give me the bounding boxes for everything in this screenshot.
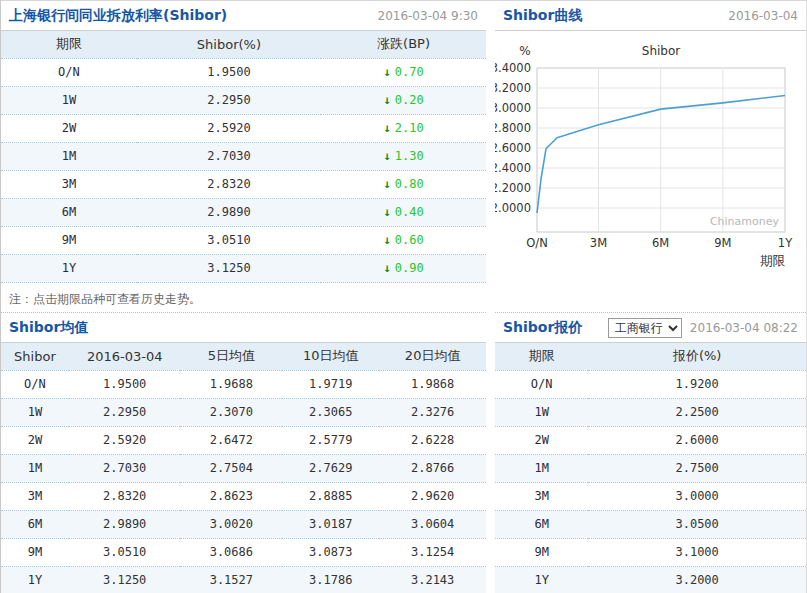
shibor-curve-chart: 2.00002.20002.40002.60002.80003.00003.20…	[495, 31, 806, 281]
quote-value-cell: 3.0500	[588, 510, 806, 538]
top-row: 上海银行间同业拆放利率(Shibor) 2016-03-04 9:30 期限 S…	[1, 1, 806, 313]
rate-panel-title: 上海银行间同业拆放利率(Shibor)	[9, 7, 227, 25]
quote-panel-header: Shibor报价 工商银行 2016-03-04 08:22	[495, 313, 806, 343]
rate-cell: 2.5920	[137, 114, 321, 142]
average-value-cell: 3.1254	[379, 538, 486, 566]
average-value-cell: 3.1786	[282, 566, 379, 593]
average-value-cell: 3.0873	[282, 538, 379, 566]
down-arrow-icon: ↓	[383, 65, 390, 79]
term-cell[interactable]: 1Y	[1, 254, 137, 282]
average-value-cell: 2.7629	[282, 454, 379, 482]
average-value-cell: 2.3276	[379, 398, 486, 426]
term-cell[interactable]: 2W	[1, 114, 137, 142]
change-value: 0.40	[395, 205, 424, 219]
quote-table-header-row: 期限 报价(%)	[495, 343, 806, 370]
rate-table-header-row: 期限 Shibor(%) 涨跌(BP)	[1, 31, 486, 58]
change-cell: ↓0.70	[321, 58, 486, 86]
shibor-quote-table: 期限 报价(%) O/N1.92001W2.25002W2.60001M2.75…	[495, 343, 806, 593]
term-cell: 9M	[1, 538, 69, 566]
bank-select-dropdown[interactable]: 工商银行	[608, 318, 682, 338]
average-table-row: 1Y3.12503.15273.17863.2143	[1, 566, 486, 593]
average-value-cell: 2.6228	[379, 426, 486, 454]
curve-panel-date: 2016-03-04	[728, 9, 798, 23]
term-cell: 1M	[1, 454, 69, 482]
down-arrow-icon: ↓	[383, 205, 390, 219]
change-cell: ↓0.40	[321, 198, 486, 226]
rate-table-row: 1W2.2950↓0.20	[1, 86, 486, 114]
quote-value-cell: 3.2000	[588, 566, 806, 593]
shibor-rate-panel: 上海银行间同业拆放利率(Shibor) 2016-03-04 9:30 期限 S…	[1, 1, 486, 313]
average-value-cell: 2.9890	[69, 510, 181, 538]
term-cell: 9M	[495, 538, 588, 566]
down-arrow-icon: ↓	[383, 93, 390, 107]
change-value: 0.70	[395, 65, 424, 79]
rate-cell: 2.8320	[137, 170, 321, 198]
curve-chart-container: 2.00002.20002.40002.60002.80003.00003.20…	[495, 31, 806, 312]
y-tick-label: 2.2000	[495, 181, 531, 195]
col-header-change: 涨跌(BP)	[321, 31, 486, 58]
change-cell: ↓0.80	[321, 170, 486, 198]
average-value-cell: 3.2143	[379, 566, 486, 593]
col-header-avg20: 20日均值	[379, 343, 486, 370]
average-value-cell: 2.3065	[282, 398, 379, 426]
term-cell[interactable]: 3M	[1, 170, 137, 198]
quote-table-row: 9M3.1000	[495, 538, 806, 566]
rate-cell: 2.7030	[137, 142, 321, 170]
chart-title: Shibor	[642, 44, 681, 58]
rate-table-row: 1Y3.1250↓0.90	[1, 254, 486, 282]
term-cell: O/N	[495, 370, 588, 398]
average-table-row: 6M2.98903.00203.01873.0604	[1, 510, 486, 538]
curve-panel-header: Shibor曲线 2016-03-04	[495, 1, 806, 31]
term-cell[interactable]: 1M	[1, 142, 137, 170]
quote-panel-title: Shibor报价	[503, 319, 582, 337]
term-cell[interactable]: 9M	[1, 226, 137, 254]
average-panel-title: Shibor均值	[9, 319, 88, 337]
average-table-row: 2W2.59202.64722.57792.6228	[1, 426, 486, 454]
average-value-cell: 2.8320	[69, 482, 181, 510]
term-cell[interactable]: O/N	[1, 58, 137, 86]
quote-value-cell: 2.7500	[588, 454, 806, 482]
quote-table-row: 1Y3.2000	[495, 566, 806, 593]
term-cell: 3M	[1, 482, 69, 510]
term-cell[interactable]: 1W	[1, 86, 137, 114]
average-value-cell: 3.0686	[180, 538, 282, 566]
rate-cell: 3.1250	[137, 254, 321, 282]
curve-panel-title: Shibor曲线	[503, 7, 582, 25]
chinamoney-watermark: Chinamoney	[710, 215, 780, 228]
rate-panel-header: 上海银行间同业拆放利率(Shibor) 2016-03-04 9:30	[1, 1, 486, 31]
term-cell: 6M	[495, 510, 588, 538]
average-value-cell: 1.9719	[282, 370, 379, 398]
y-tick-label: 2.8000	[495, 121, 531, 135]
quote-value-cell: 2.2500	[588, 398, 806, 426]
quote-table-row: 6M3.0500	[495, 510, 806, 538]
term-cell: 2W	[495, 426, 588, 454]
term-cell: 1M	[495, 454, 588, 482]
average-value-cell: 2.5779	[282, 426, 379, 454]
rate-cell: 2.9890	[137, 198, 321, 226]
quote-table-row: 1W2.2500	[495, 398, 806, 426]
y-axis-unit-label: %	[519, 44, 530, 58]
rate-table-row: 3M2.8320↓0.80	[1, 170, 486, 198]
quote-table-row: 3M3.0000	[495, 482, 806, 510]
x-tick-label: 3M	[590, 236, 607, 250]
average-value-cell: 2.3070	[180, 398, 282, 426]
change-value: 0.90	[395, 261, 424, 275]
x-tick-label: O/N	[526, 236, 548, 250]
x-tick-label: 1Y	[778, 236, 793, 250]
rate-table-row: O/N1.9500↓0.70	[1, 58, 486, 86]
average-table-row: 1M2.70302.75042.76292.8766	[1, 454, 486, 482]
average-value-cell: 3.0604	[379, 510, 486, 538]
term-cell: 1W	[495, 398, 588, 426]
shibor-rate-table: 期限 Shibor(%) 涨跌(BP) O/N1.9500↓0.701W2.29…	[1, 31, 486, 283]
term-cell: O/N	[1, 370, 69, 398]
average-table-row: 1W2.29502.30702.30652.3276	[1, 398, 486, 426]
col-header-term: 期限	[495, 343, 588, 370]
term-cell[interactable]: 6M	[1, 198, 137, 226]
change-cell: ↓2.10	[321, 114, 486, 142]
quote-table-row: O/N1.9200	[495, 370, 806, 398]
average-table-header-row: Shibor 2016-03-04 5日均值 10日均值 20日均值	[1, 343, 486, 370]
change-cell: ↓0.60	[321, 226, 486, 254]
x-axis-title: 期限	[760, 253, 786, 268]
average-value-cell: 3.0020	[180, 510, 282, 538]
shibor-page: 上海银行间同业拆放利率(Shibor) 2016-03-04 9:30 期限 S…	[0, 0, 807, 593]
